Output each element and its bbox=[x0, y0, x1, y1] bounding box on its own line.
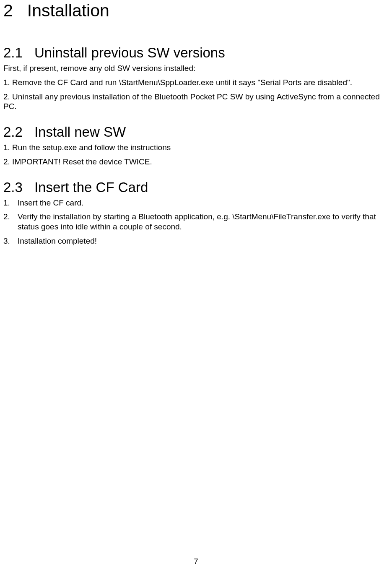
page-content: 2Installation 2.1Uninstall previous SW v… bbox=[3, 0, 389, 246]
section-insert-cf: 2.3Insert the CF Card 1. Insert the CF c… bbox=[3, 179, 389, 246]
section-number: 2.2 bbox=[3, 124, 23, 140]
page-number: 7 bbox=[194, 557, 198, 566]
section-heading: 2.3Insert the CF Card bbox=[3, 179, 389, 195]
step-text: 1. Run the setup.exe and follow the inst… bbox=[3, 143, 389, 153]
section-title: Install new SW bbox=[34, 124, 126, 140]
list-item: 2. Verify the installation by starting a… bbox=[3, 212, 389, 232]
ordered-list: 1. Insert the CF card. 2. Verify the ins… bbox=[3, 198, 389, 246]
section-title: Uninstall previous SW versions bbox=[34, 45, 225, 60]
step-text: 2. IMPORTANT! Reset the device TWICE. bbox=[3, 157, 389, 167]
section-intro-text: First, if present, remove any old SW ver… bbox=[3, 63, 389, 73]
section-number: 2.3 bbox=[3, 179, 23, 195]
list-number: 3. bbox=[3, 236, 10, 246]
list-text: Installation completed! bbox=[18, 237, 97, 245]
section-number: 2.1 bbox=[3, 45, 23, 61]
chapter-heading: 2Installation bbox=[3, 1, 389, 21]
step-text: 2. Uninstall any previous installation o… bbox=[3, 92, 389, 112]
list-text: Insert the CF card. bbox=[18, 198, 83, 207]
list-item: 1. Insert the CF card. bbox=[3, 198, 389, 208]
section-install: 2.2Install new SW 1. Run the setup.exe a… bbox=[3, 124, 389, 167]
section-title: Insert the CF Card bbox=[34, 179, 148, 195]
section-uninstall: 2.1Uninstall previous SW versions First,… bbox=[3, 45, 389, 112]
list-number: 2. bbox=[3, 212, 10, 222]
section-heading: 2.2Install new SW bbox=[3, 124, 389, 140]
section-heading: 2.1Uninstall previous SW versions bbox=[3, 45, 389, 61]
step-text: 1. Remove the CF Card and run \StartMenu… bbox=[3, 78, 389, 88]
list-text: Verify the installation by starting a Bl… bbox=[18, 212, 376, 231]
list-item: 3. Installation completed! bbox=[3, 236, 389, 246]
chapter-title: Installation bbox=[27, 1, 109, 20]
list-number: 1. bbox=[3, 198, 10, 208]
chapter-number: 2 bbox=[3, 1, 13, 21]
